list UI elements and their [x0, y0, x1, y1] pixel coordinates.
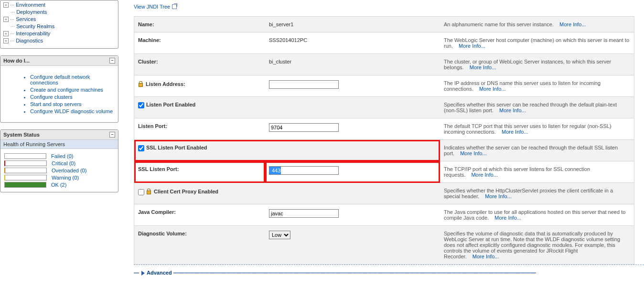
- health-subtitle: Health of Running Servers: [0, 140, 118, 149]
- expand-icon[interactable]: +: [3, 2, 9, 8]
- panel-title: How do I...–: [0, 56, 118, 66]
- label-machine: Machine:: [134, 32, 266, 54]
- more-info-link[interactable]: More Info...: [472, 254, 499, 259]
- row-ssl-listen-port-enabled: SSL Listen Port Enabled Indicates whethe…: [134, 140, 634, 161]
- tree-item-interoperability[interactable]: +···Interoperability: [3, 30, 118, 37]
- listen-port-input[interactable]: [269, 123, 339, 132]
- row-listen-port-enabled: Listen Port Enabled Specifies whether th…: [134, 97, 634, 118]
- desc-lp: The default TCP port that this server us…: [440, 118, 634, 140]
- value-machine: SSS2014012PC: [265, 32, 440, 54]
- how-do-i-panel: How do I...– Configure default network c…: [0, 55, 118, 123]
- health-failed: Failed (0): [4, 153, 114, 159]
- label-ccpe: Client Cert Proxy Enabled: [154, 189, 218, 194]
- lock-icon: [138, 81, 144, 87]
- row-client-cert-proxy-enabled: Client Cert Proxy Enabled Specifies whet…: [134, 183, 634, 204]
- desc-ssl-lp: The TCP/IP port at which this server lis…: [440, 161, 634, 183]
- bar-icon: [4, 153, 46, 159]
- howdoi-link[interactable]: Configure clusters: [30, 94, 114, 100]
- row-listen-port: Listen Port: The default TCP port that t…: [134, 118, 634, 140]
- health-warning: Warning (0): [4, 175, 114, 181]
- ssl-listen-port-enabled-checkbox[interactable]: [138, 145, 144, 151]
- label-ssl-listen-port: SSL Listen Port:: [134, 161, 266, 183]
- label-java-compiler: Java Compiler:: [134, 204, 266, 226]
- label-name: Name:: [134, 17, 266, 32]
- more-info-link[interactable]: More Info...: [470, 64, 496, 70]
- row-cluster: Cluster: bi_cluster The cluster, or grou…: [134, 54, 634, 75]
- expand-icon[interactable]: +: [3, 38, 9, 43]
- row-machine: Machine: SSS2014012PC The WebLogic Serve…: [134, 32, 634, 54]
- more-info-link[interactable]: More Info...: [479, 86, 506, 92]
- more-info-link[interactable]: More Info...: [459, 43, 485, 49]
- row-diagnostic-volume: Diagnostic Volume: Low Specifies the vol…: [134, 226, 634, 265]
- howdoi-link[interactable]: Create and configure machines: [30, 87, 114, 93]
- advanced-toggle[interactable]: — Advanced —————————————————————————————…: [134, 266, 644, 279]
- config-table: Name: bi_server1 An alphanumeric name fo…: [134, 16, 634, 265]
- more-info-link[interactable]: More Info...: [494, 215, 521, 221]
- nav-tree: +···Environment ···Deployments +···Servi…: [0, 0, 118, 49]
- collapse-icon[interactable]: –: [109, 58, 115, 64]
- desc-cluster: The cluster, or group of WebLogic Server…: [440, 54, 634, 75]
- howdoi-link[interactable]: Start and stop servers: [30, 101, 114, 107]
- label-ssl-lpe: SSL Listen Port Enabled: [146, 145, 207, 150]
- panel-title: System Status–: [0, 130, 118, 140]
- health-critical: Critical (0): [4, 160, 114, 166]
- row-listen-address: Listen Address: The IP address or DNS na…: [134, 75, 634, 97]
- row-ssl-listen-port: SSL Listen Port: The TCP/IP port at whic…: [134, 161, 634, 183]
- divider: [134, 265, 644, 265]
- tree-item-environment[interactable]: +···Environment: [3, 1, 118, 9]
- health-overloaded: Overloaded (0): [4, 168, 114, 173]
- lock-icon: [146, 189, 152, 194]
- view-jndi-tree-link[interactable]: View JNDI Tree: [134, 0, 644, 16]
- label-listen-address: Listen Address:: [134, 75, 266, 97]
- tree-item-services[interactable]: +···Services: [3, 16, 118, 23]
- more-info-link[interactable]: More Info...: [471, 172, 498, 178]
- java-compiler-input[interactable]: [269, 209, 339, 218]
- desc-dv: Specifies the volume of diagnostic data …: [440, 226, 634, 265]
- collapse-icon[interactable]: –: [109, 132, 115, 138]
- expand-icon[interactable]: +: [3, 17, 9, 22]
- row-name: Name: bi_server1 An alphanumeric name fo…: [134, 17, 634, 32]
- listen-address-input[interactable]: [269, 80, 339, 89]
- desc-machine: The WebLogic Server host computer (machi…: [440, 32, 634, 54]
- label-listen-port-enabled: Listen Port Enabled: [146, 102, 195, 107]
- howdoi-link[interactable]: Configure default network connections: [30, 74, 114, 85]
- diagnostic-volume-select[interactable]: Low: [269, 231, 290, 239]
- more-info-link[interactable]: More Info...: [502, 129, 528, 135]
- tree-item-deployments[interactable]: ···Deployments: [3, 9, 118, 16]
- value-cluster: bi_cluster: [265, 54, 440, 75]
- system-status-panel: System Status– Health of Running Servers…: [0, 129, 118, 192]
- tree-item-security-realms[interactable]: ···Security Realms: [3, 23, 118, 30]
- desc-lpe: Specifies whether this server can be rea…: [440, 97, 634, 118]
- more-info-link[interactable]: More Info...: [499, 107, 526, 113]
- bar-icon: [4, 182, 46, 188]
- health-ok: OK (2): [4, 182, 114, 188]
- bar-icon: [4, 175, 47, 181]
- tree-item-diagnostics[interactable]: +···Diagnostics: [3, 37, 118, 44]
- value-name: bi_server1: [265, 17, 440, 32]
- desc-jc: The Java compiler to use for all applica…: [440, 204, 634, 226]
- desc-listen-address: The IP address or DNS name this server u…: [440, 75, 634, 97]
- desc-name: An alphanumeric name for this server ins…: [440, 17, 634, 32]
- label-diagnostic-volume: Diagnostic Volume:: [134, 226, 266, 265]
- ssl-listen-port-input[interactable]: [269, 166, 339, 175]
- label-cluster: Cluster:: [134, 54, 266, 75]
- triangle-right-icon: [141, 271, 145, 276]
- more-info-link[interactable]: More Info...: [460, 150, 487, 156]
- expand-icon[interactable]: +: [3, 31, 9, 36]
- desc-ssl-lpe: Indicates whether the server can be reac…: [440, 140, 634, 161]
- client-cert-proxy-checkbox[interactable]: [138, 189, 144, 195]
- more-info-link[interactable]: More Info...: [485, 193, 512, 199]
- more-info-link[interactable]: More Info...: [559, 21, 586, 27]
- external-link-icon: [172, 4, 177, 9]
- label-listen-port: Listen Port:: [134, 118, 266, 140]
- howdoi-link[interactable]: Configure WLDF diagnostic volume: [30, 108, 114, 114]
- listen-port-enabled-checkbox[interactable]: [138, 102, 144, 108]
- desc-ccpe: Specifies whether the HttpClusterServlet…: [440, 183, 634, 204]
- row-java-compiler: Java Compiler: The Java compiler to use …: [134, 204, 634, 226]
- bar-icon: [4, 160, 47, 166]
- bar-icon: [4, 168, 47, 173]
